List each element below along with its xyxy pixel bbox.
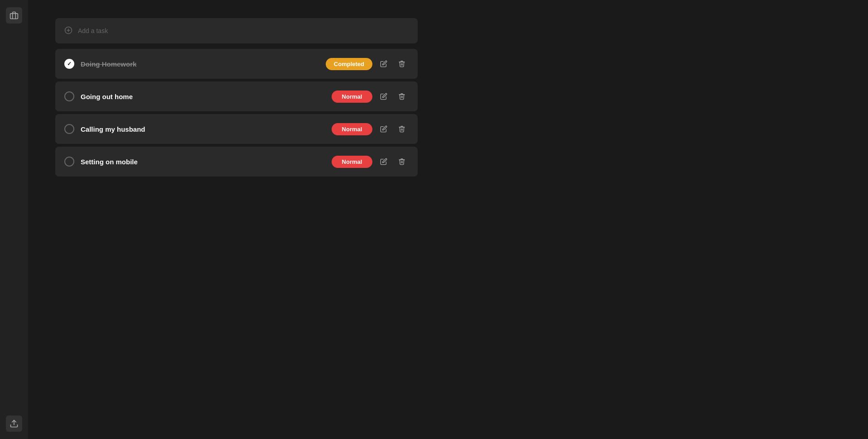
task-row: Calling my husbandNormal bbox=[55, 114, 418, 144]
sidebar bbox=[0, 0, 28, 439]
task-name: Doing Homework bbox=[81, 60, 319, 68]
task-row: ✓Doing HomeworkCompleted bbox=[55, 49, 418, 79]
status-badge: Normal bbox=[332, 123, 372, 135]
task-name: Going out home bbox=[81, 93, 325, 100]
add-task-placeholder: Add a task bbox=[78, 27, 108, 34]
task-list: Add a task ✓Doing HomeworkCompletedGoing… bbox=[55, 18, 418, 177]
checkmark-icon: ✓ bbox=[67, 61, 72, 67]
task-actions: Completed bbox=[326, 57, 409, 71]
briefcase-icon[interactable] bbox=[6, 7, 22, 24]
svg-rect-0 bbox=[10, 14, 18, 19]
sidebar-bottom bbox=[6, 415, 22, 432]
edit-button[interactable] bbox=[377, 57, 391, 71]
plus-circle-icon bbox=[64, 26, 72, 36]
status-badge: Normal bbox=[332, 91, 372, 103]
task-checkbox[interactable] bbox=[64, 91, 74, 101]
edit-button[interactable] bbox=[377, 155, 391, 168]
delete-button[interactable] bbox=[395, 122, 409, 136]
task-name: Setting on mobile bbox=[81, 158, 325, 166]
task-checkbox[interactable]: ✓ bbox=[64, 59, 74, 69]
add-task-row[interactable]: Add a task bbox=[55, 18, 418, 43]
status-badge: Normal bbox=[332, 156, 372, 168]
task-row: Setting on mobileNormal bbox=[55, 147, 418, 177]
status-badge: Completed bbox=[326, 58, 372, 70]
export-icon[interactable] bbox=[6, 415, 22, 432]
task-actions: Normal bbox=[332, 155, 409, 168]
delete-button[interactable] bbox=[395, 90, 409, 103]
task-row: Going out homeNormal bbox=[55, 81, 418, 111]
edit-button[interactable] bbox=[377, 122, 391, 136]
task-actions: Normal bbox=[332, 122, 409, 136]
task-actions: Normal bbox=[332, 90, 409, 103]
delete-button[interactable] bbox=[395, 57, 409, 71]
task-name: Calling my husband bbox=[81, 125, 325, 133]
main-content: Add a task ✓Doing HomeworkCompletedGoing… bbox=[28, 0, 868, 439]
sidebar-top bbox=[6, 7, 22, 24]
task-checkbox[interactable] bbox=[64, 157, 74, 167]
task-checkbox[interactable] bbox=[64, 124, 74, 134]
edit-button[interactable] bbox=[377, 90, 391, 103]
delete-button[interactable] bbox=[395, 155, 409, 168]
